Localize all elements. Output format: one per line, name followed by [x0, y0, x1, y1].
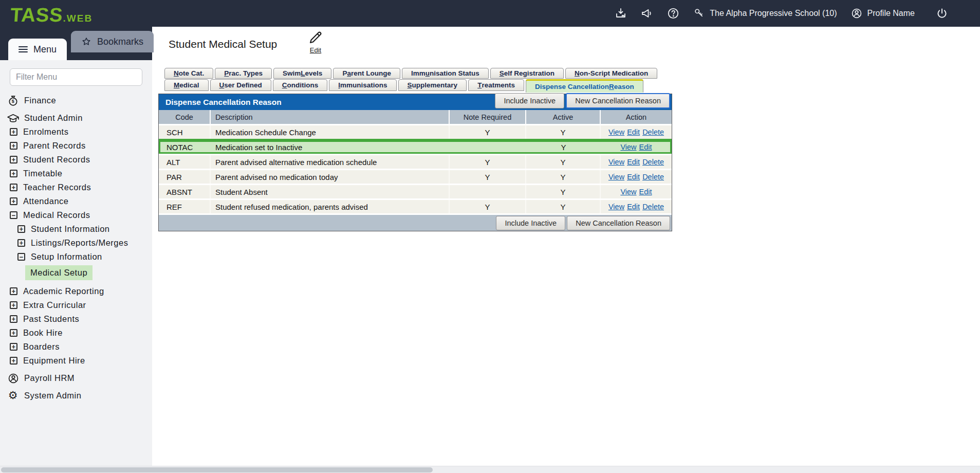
collapse-icon[interactable]: −: [10, 211, 17, 219]
horizontal-scrollbar-thumb[interactable]: [1, 467, 433, 472]
sidebar-item-parent-records[interactable]: +Parent Records: [0, 139, 152, 153]
view-link[interactable]: View: [608, 173, 624, 181]
edit-link[interactable]: Edit: [627, 128, 640, 136]
code-cell: REF: [159, 200, 211, 213]
include-inactive-button-bottom[interactable]: Include Inactive: [496, 216, 565, 230]
tab-user-defined[interactable]: User Defined: [210, 79, 271, 91]
action-cell: ViewEdit: [601, 185, 672, 198]
expand-icon[interactable]: +: [10, 128, 17, 136]
expand-icon[interactable]: +: [10, 343, 17, 351]
tab-immunisations[interactable]: Immunisations: [329, 79, 396, 91]
profile-menu[interactable]: Profile Name: [851, 8, 915, 19]
tab-dispense-cancellation-reason[interactable]: Dispense Cancellation Reason: [526, 79, 643, 93]
view-link[interactable]: View: [608, 203, 624, 211]
edit-link[interactable]: Edit: [639, 188, 652, 196]
sidebar-item-medical-records[interactable]: −Medical Records: [0, 208, 152, 222]
expand-icon[interactable]: +: [17, 239, 25, 247]
edit-link[interactable]: Edit: [639, 143, 652, 151]
edit-link[interactable]: Edit: [627, 158, 640, 166]
sidebar-item-boarders[interactable]: +Boarders: [0, 340, 152, 354]
sidebar-item-label: Extra Curricular: [23, 300, 86, 310]
sidebar-item-timetable[interactable]: +Timetable: [0, 167, 152, 180]
tab-self-registration[interactable]: Self Registration: [490, 68, 564, 79]
collapse-icon[interactable]: −: [17, 253, 25, 261]
help-icon[interactable]: [667, 7, 679, 20]
tab-treatments[interactable]: Treatments: [468, 79, 524, 91]
note-required-cell: Y: [450, 200, 526, 213]
horizontal-scrollbar[interactable]: [0, 466, 980, 473]
sidebar-item-finance[interactable]: $Finance: [0, 94, 152, 107]
delete-link[interactable]: Delete: [642, 173, 664, 181]
expand-icon[interactable]: +: [10, 315, 17, 323]
edit-control[interactable]: Edit: [302, 30, 329, 54]
expand-icon[interactable]: +: [10, 156, 17, 163]
filter-menu-input[interactable]: [10, 68, 142, 86]
action-cell: ViewEditDelete: [601, 125, 672, 139]
sidebar-item-label: Medical Records: [23, 210, 90, 220]
tab-parent-lounge[interactable]: Parent Lounge: [333, 68, 400, 79]
sidebar-item-setup-information[interactable]: −Setup Information: [0, 250, 152, 264]
new-cancellation-reason-button[interactable]: New Cancellation Reason: [566, 93, 670, 108]
tab-immunisation-status[interactable]: Immunisation Status: [402, 68, 489, 79]
expand-icon[interactable]: +: [17, 225, 25, 233]
view-link[interactable]: View: [620, 143, 636, 151]
menu-tab[interactable]: Menu: [8, 39, 67, 60]
edit-link[interactable]: Edit: [627, 173, 640, 181]
sidebar-item-past-students[interactable]: +Past Students: [0, 312, 152, 326]
expand-icon[interactable]: +: [10, 142, 17, 150]
include-inactive-button[interactable]: Include Inactive: [495, 93, 564, 108]
sidebar-item-equipment-hire[interactable]: +Equipment Hire: [0, 354, 152, 368]
sidebar-item-attendance[interactable]: +Attendance: [0, 194, 152, 208]
sidebar-item-book-hire[interactable]: +Book Hire: [0, 326, 152, 340]
sidebar-item-payroll-hrm[interactable]: Payroll HRM: [0, 371, 152, 385]
expand-icon[interactable]: +: [10, 184, 17, 191]
table-row-notac[interactable]: NOTACMedication set to InactiveYViewEdit: [159, 139, 672, 154]
person-circle-icon: [6, 373, 20, 384]
expand-icon[interactable]: +: [10, 287, 17, 295]
tab-conditions[interactable]: Conditions: [273, 79, 328, 91]
tab-swim-levels[interactable]: Swim Levels: [273, 68, 331, 79]
expand-icon[interactable]: +: [10, 197, 17, 205]
sidebar-item-teacher-records[interactable]: +Teacher Records: [0, 180, 152, 194]
delete-link[interactable]: Delete: [642, 128, 664, 136]
sidebar-item-student-records[interactable]: +Student Records: [0, 153, 152, 167]
menu-tab-label: Menu: [33, 44, 57, 55]
view-link[interactable]: View: [620, 188, 636, 196]
tass-web-logo[interactable]: TASS .WEB: [10, 4, 93, 26]
sidebar-item-system-admin[interactable]: ⚙System Admin: [0, 389, 152, 403]
power-icon[interactable]: [936, 7, 948, 20]
sidebar-item-student-information[interactable]: +Student Information: [0, 222, 152, 236]
view-link[interactable]: View: [608, 128, 624, 136]
action-cell: ViewEdit: [601, 140, 672, 154]
delete-link[interactable]: Delete: [642, 203, 664, 211]
expand-icon[interactable]: +: [10, 329, 17, 337]
school-selector[interactable]: The Alpha Progressive School (10): [693, 8, 837, 19]
sidebar-item-academic-reporting[interactable]: +Academic Reporting: [0, 284, 152, 298]
tab-note-cat[interactable]: Note Cat.: [164, 68, 213, 79]
sidebar-item-student-admin[interactable]: Student Admin: [0, 111, 152, 125]
sidebar-item-medical-setup[interactable]: Medical Setup: [0, 266, 152, 280]
panel-header-buttons: Include Inactive New Cancellation Reason: [495, 93, 670, 108]
column-header-active: Active: [526, 110, 601, 124]
sidebar-item-enrolments[interactable]: +Enrolments: [0, 125, 152, 139]
sidebar-item-extra-curricular[interactable]: +Extra Curricular: [0, 298, 152, 312]
edit-link[interactable]: Edit: [627, 203, 640, 211]
expand-icon[interactable]: +: [10, 357, 17, 365]
sidebar-item-label: Finance: [24, 96, 56, 105]
bookmarks-tab[interactable]: Bookmarks: [71, 31, 154, 52]
tab-medical[interactable]: Medical: [164, 79, 209, 91]
column-header-description: Description: [211, 110, 450, 124]
sidebar-item-listings-reports-merges[interactable]: +Listings/Reports/Merges: [0, 236, 152, 250]
megaphone-icon[interactable]: [641, 7, 653, 20]
tab-non-script-medication[interactable]: Non-Script Medication: [565, 68, 657, 79]
tab-row-1: Note Cat.Prac. TypesSwim LevelsParent Lo…: [164, 68, 657, 79]
expand-icon[interactable]: +: [10, 170, 17, 177]
money-bag-icon: $: [6, 95, 20, 106]
expand-icon[interactable]: +: [10, 301, 17, 309]
new-cancellation-reason-button-bottom[interactable]: New Cancellation Reason: [567, 216, 670, 230]
view-link[interactable]: View: [608, 158, 624, 166]
tab-supplementary[interactable]: Supplementary: [398, 79, 467, 91]
tab-prac-types[interactable]: Prac. Types: [215, 68, 272, 79]
download-icon[interactable]: [615, 7, 627, 20]
delete-link[interactable]: Delete: [642, 158, 664, 166]
